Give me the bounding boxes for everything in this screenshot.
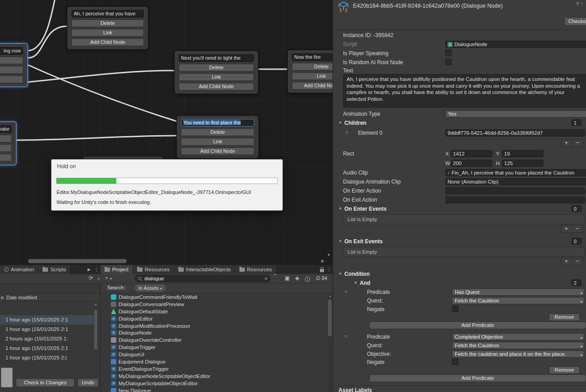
date-modified-header[interactable]: Date modified	[6, 295, 37, 300]
create-plus-icon[interactable]: +	[105, 275, 108, 281]
list-item[interactable]: DialogueModificationProcessor	[101, 322, 327, 330]
node-text-field[interactable]: Next you'll need to light the	[179, 54, 254, 62]
scrollbar-thumb[interactable]	[94, 310, 97, 349]
foldout-arrow-icon[interactable]: ▼	[354, 281, 357, 285]
dialogue-node[interactable]: make	[0, 121, 17, 165]
results-scrollbar[interactable]: ▲	[328, 293, 332, 392]
predicate-dropdown[interactable]: Completed Objective ▾	[452, 333, 584, 340]
preview-thumbnail[interactable]	[1, 368, 13, 387]
negate-checkbox[interactable]	[452, 306, 458, 312]
delete-button[interactable]: Delete	[71, 19, 144, 27]
rect-h-field[interactable]: 125	[502, 160, 543, 167]
dialogue-node[interactable]: Next you'll need to light the Delete Lin…	[174, 51, 258, 94]
list-item[interactable]: 2 hours ago (15/01/2025 1:	[0, 334, 94, 344]
lock-icon[interactable]	[318, 265, 325, 274]
add-event-button[interactable]: +	[561, 226, 572, 232]
tab-resources[interactable]: Resources	[133, 265, 174, 274]
rect-w-field[interactable]: 200	[451, 160, 492, 167]
list-item[interactable]: MyDialogueNodeScriptableObjectEditor	[101, 373, 327, 380]
remove-event-button[interactable]: −	[572, 226, 583, 232]
dialogue-node[interactable]: Ah, I perceive that you have Delete Link…	[67, 6, 148, 50]
objective-dropdown[interactable]: Fetch the cauldron and place it on the f…	[452, 350, 584, 358]
list-item[interactable]: EventDialogueTrigger	[101, 365, 327, 373]
asset-labels-section[interactable]: Asset Labels	[333, 385, 586, 392]
tab-scripts[interactable]: Scripts	[38, 265, 71, 274]
drag-handle-icon[interactable]: =	[345, 130, 348, 135]
scrollbar-thumb[interactable]	[28, 259, 127, 263]
package-filter-icon[interactable]: ▣	[285, 275, 290, 281]
kebab-menu-icon[interactable]: ⋮	[579, 1, 584, 7]
list-item[interactable]: 1 hour ago (15/01/2025 2:1	[0, 344, 94, 353]
tab-project[interactable]: Project	[100, 265, 133, 274]
foldout-arrow-icon[interactable]: ▼	[338, 207, 342, 211]
link-button[interactable]: Link	[179, 73, 254, 81]
delete-button[interactable]: Delete	[292, 63, 333, 71]
list-item[interactable]: DialogueEditor	[101, 315, 327, 322]
tab-scroll-arrow-icon[interactable]: ▶	[86, 265, 93, 274]
foldout-arrow-icon[interactable]: ▼	[338, 121, 342, 125]
search-input[interactable]: dialogue ×	[135, 275, 271, 282]
add-child-node-button[interactable]: Add Child Node	[181, 147, 254, 155]
label-filter-icon[interactable]: ◈	[295, 275, 299, 281]
clear-search-icon[interactable]: ×	[265, 276, 267, 281]
graph-horizontal-scrollbar[interactable]	[0, 259, 322, 263]
undo-button[interactable]: Undo	[77, 378, 99, 387]
changes-scrollbar[interactable]: ▲ ▼	[94, 302, 98, 382]
add-predicate-button[interactable]: Add Predicate	[369, 374, 586, 382]
link-button[interactable]: Link	[292, 72, 333, 80]
delete-button[interactable]: Delete	[179, 64, 254, 71]
text-area[interactable]: Ah, I perceive that you have skillfully …	[343, 74, 586, 108]
node-text-field[interactable]: ing now	[0, 47, 23, 55]
pane-menu-icon[interactable]: ⋮	[93, 265, 100, 274]
list-item[interactable]: 1 hour ago (15/01/2025 2:1	[0, 315, 94, 325]
tab-animation[interactable]: Animation	[0, 265, 38, 274]
and-foldout[interactable]: And	[360, 280, 370, 286]
dialogue-animation-clip-field[interactable]: None (Animation Clip)	[445, 178, 586, 185]
link-button[interactable]	[0, 66, 23, 74]
pane-dropdown-icon[interactable]: ▼	[327, 253, 331, 257]
search-scope-chip[interactable]: In Assets▾	[135, 284, 166, 292]
checkout-button[interactable]: Checkout	[564, 17, 586, 26]
column-header[interactable]: n Date modified	[0, 293, 100, 301]
list-item[interactable]: New Dialogue	[101, 387, 327, 392]
script-object-field[interactable]: DialogueNode	[445, 41, 586, 48]
list-item[interactable]: 1 hour ago (15/01/2025 2:(	[0, 353, 94, 363]
remove-element-button[interactable]: −	[572, 140, 583, 146]
list-item[interactable]: DialogueUI	[101, 351, 327, 358]
rect-x-field[interactable]: 1412	[451, 150, 492, 157]
quest-dropdown[interactable]: Fetch the Cauldron ▾	[452, 342, 584, 349]
create-caret-icon[interactable]: ▾	[110, 277, 112, 281]
node-text-field[interactable]: Now the fire	[292, 53, 333, 61]
hidden-count[interactable]: ∅ 34	[316, 275, 327, 281]
list-item[interactable]: MyDialogueScriptableObjectEditor	[101, 380, 327, 387]
rect-y-field[interactable]: 19	[502, 150, 543, 157]
list-item[interactable]: DialogueDefaultState	[101, 308, 327, 315]
remove-predicate-button[interactable]: Remove	[549, 313, 580, 321]
list-item[interactable]: DialogueOverrideController	[101, 336, 327, 344]
negate-checkbox[interactable]	[452, 359, 458, 365]
delete-button[interactable]: Delete	[181, 128, 254, 136]
on-enter-events-count-field[interactable]: 0	[572, 205, 581, 212]
condition-foldout[interactable]: Condition	[344, 271, 370, 277]
list-item[interactable]: DialogueConversantPreview	[101, 301, 327, 308]
dialogue-node[interactable]: You need to first place the Delete Link …	[176, 115, 259, 159]
list-item[interactable]: DialogueNode	[101, 329, 327, 336]
on-exit-action-field[interactable]	[445, 196, 585, 203]
tab-resources-2[interactable]: Resources	[235, 265, 276, 274]
audio-clip-object-field[interactable]: ♪ Fin_Ah, I perceive that you have place…	[445, 169, 586, 176]
node-text-field[interactable]: make	[0, 125, 12, 133]
scrollbar-thumb[interactable]	[328, 299, 332, 336]
pane-menu-icon[interactable]: ⋮	[325, 265, 333, 274]
is-player-speaking-checkbox[interactable]	[445, 50, 452, 56]
add-child-node-button[interactable]	[0, 154, 12, 161]
node-text-field[interactable]: You need to first place the	[181, 119, 254, 127]
remove-event-button[interactable]: −	[572, 258, 583, 265]
node-text-field[interactable]: Ah, I perceive that you have	[71, 10, 144, 18]
on-exit-events-foldout[interactable]: On Exit Events	[344, 238, 383, 245]
dialogue-node[interactable]: Now the fire Delete Link Add Child Node	[287, 50, 333, 93]
list-item[interactable]: DialogueTrigger	[101, 344, 327, 351]
list-item[interactable]: DialogueCommandFriendlyToWait	[101, 293, 327, 301]
on-enter-events-foldout[interactable]: On Enter Events	[344, 206, 386, 212]
add-child-node-button[interactable]: Add Child Node	[179, 83, 254, 90]
scroll-right-arrow-icon[interactable]: ▶	[321, 259, 324, 263]
